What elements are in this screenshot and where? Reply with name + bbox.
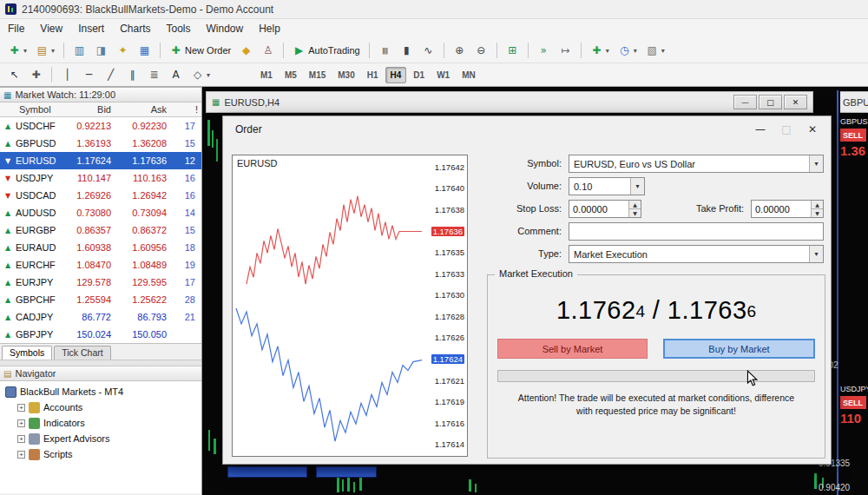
close-icon[interactable]: ✕ (784, 95, 807, 109)
candlestick-chart-button[interactable]: ▮ (397, 43, 417, 59)
expand-icon[interactable]: + (17, 419, 25, 427)
timeframe-w1[interactable]: W1 (431, 67, 455, 83)
trendline-button[interactable]: ╱ (101, 67, 121, 83)
market-watch-row[interactable]: ▲USDCHF0.922130.9223017 (0, 117, 201, 135)
market-watch-row[interactable]: ▼USDJPY110.147110.16316 (0, 169, 201, 187)
tab-tick-chart[interactable]: Tick Chart (54, 346, 110, 360)
comment-input[interactable] (569, 222, 824, 241)
crosshair-button[interactable]: ✚ (26, 67, 46, 83)
zoom-out-button[interactable]: ⊖ (471, 43, 491, 59)
timeframe-mn[interactable]: MN (457, 67, 481, 83)
stop-loss-stepper[interactable]: ▲ ▼ (569, 200, 641, 218)
step-up-icon[interactable]: ▲ (812, 201, 823, 208)
timeframe-d1[interactable]: D1 (408, 67, 430, 83)
sell-button[interactable]: SELL (840, 396, 866, 409)
tab-symbols[interactable]: Symbols (2, 346, 52, 360)
order-type-select[interactable]: Market Execution ▾ (569, 245, 824, 263)
market-watch-row[interactable]: ▲GBPUSD1.361931.3620815 (0, 135, 201, 152)
symbol-select[interactable]: EURUSD, Euro vs US Dollar ▾ (569, 155, 824, 173)
terminal-button[interactable]: ▦ (135, 43, 155, 59)
periods-button[interactable]: ◷▾ (615, 43, 641, 59)
cursor-button[interactable]: ↖ (4, 67, 24, 83)
market-watch-row[interactable]: ▲GBPCHF1.255941.2562228 (0, 291, 201, 308)
menu-view[interactable]: View (32, 20, 70, 37)
chart-window-titlebar[interactable]: ▦ EURUSD,H4 — □ ✕ (206, 91, 813, 113)
column-spread[interactable]: ! (170, 104, 201, 115)
column-bid[interactable]: Bid (62, 104, 115, 115)
stop-loss-input[interactable] (569, 201, 628, 217)
buy-by-market-button[interactable]: Buy by Market (663, 339, 815, 359)
restore-icon[interactable]: □ (759, 95, 782, 109)
market-watch-row[interactable]: ▲GBPJPY150.024150.050 (0, 326, 201, 343)
tree-item-accounts[interactable]: +Accounts (0, 399, 201, 415)
right-chart-window-titlebar[interactable]: GBPUSD,H4 (840, 91, 868, 113)
menu-help[interactable]: Help (251, 20, 288, 37)
take-profit-stepper[interactable]: ▲ ▼ (751, 200, 824, 218)
indicators-button[interactable]: ✚▾ (587, 43, 613, 59)
column-symbol[interactable]: Symbol (16, 104, 62, 115)
timeframe-m15[interactable]: M15 (304, 67, 331, 83)
chevron-down-icon[interactable]: ▾ (809, 246, 823, 262)
order-dialog-titlebar[interactable]: Order — □ ✕ (223, 116, 831, 142)
timeframe-h1[interactable]: H1 (362, 67, 384, 83)
menu-window[interactable]: Window (199, 20, 252, 37)
market-watch-row[interactable]: ▼USDCAD1.269261.2694216 (0, 187, 201, 204)
profiles-button[interactable]: ▤▾ (32, 43, 58, 59)
tree-item-scripts[interactable]: +Scripts (0, 446, 201, 462)
auto-scroll-button[interactable]: » (534, 43, 554, 59)
new-chart-button[interactable]: ✚▾ (4, 43, 30, 59)
fibonacci-button[interactable]: ≣ (144, 67, 164, 83)
expand-icon[interactable]: + (17, 404, 25, 412)
expert-advisors-button[interactable]: ♙ (258, 43, 278, 59)
market-watch-header[interactable]: ▦ Market Watch: 11:29:00 (0, 88, 201, 102)
chevron-down-icon[interactable]: ▾ (630, 178, 644, 195)
volume-select[interactable]: 0.10 ▾ (569, 177, 645, 195)
market-watch-button[interactable]: ▥ (69, 43, 89, 59)
menu-tools[interactable]: Tools (159, 20, 199, 37)
market-watch-row[interactable]: ▲AUDUSD0.730800.7309414 (0, 204, 201, 221)
vertical-line-button[interactable]: │ (57, 67, 77, 83)
minimize-icon[interactable]: — (747, 116, 773, 142)
window-titlebar[interactable]: 2140090693: BlackBullMarkets-Demo - Demo… (0, 0, 868, 19)
equidistant-channel-button[interactable]: ∥ (122, 67, 142, 83)
navigator-header[interactable]: ▤ Navigator (0, 366, 201, 381)
metaeditor-button[interactable]: ◆ (236, 43, 256, 59)
sell-button[interactable]: SELL (840, 129, 866, 142)
line-chart-button[interactable]: ∿ (418, 43, 438, 59)
close-icon[interactable]: ✕ (799, 116, 825, 142)
timeframe-m30[interactable]: M30 (332, 67, 359, 83)
column-ask[interactable]: Ask (115, 104, 170, 115)
chart-shift-button[interactable]: ↦ (556, 43, 575, 59)
tree-item-indicators[interactable]: +Indicators (0, 415, 201, 431)
arrows-button[interactable]: ◇▾ (187, 67, 214, 83)
data-window-button[interactable]: ◨ (91, 43, 111, 59)
sell-by-market-button[interactable]: Sell by Market (497, 339, 648, 359)
chevron-down-icon[interactable]: ▾ (809, 155, 823, 172)
background-window-titlebar[interactable] (316, 466, 377, 478)
bar-chart-button[interactable]: ≡ (375, 43, 395, 59)
take-profit-input[interactable] (752, 201, 811, 217)
autotrading-button[interactable]: ▶AutoTrading (289, 43, 364, 59)
minimize-icon[interactable]: — (733, 95, 757, 109)
expand-icon[interactable]: + (17, 451, 25, 459)
navigator-button[interactable]: ✦ (113, 43, 133, 59)
timeframe-m5[interactable]: M5 (279, 67, 302, 83)
market-watch-row[interactable]: ▼EURUSD1.176241.1763612 (0, 152, 201, 169)
templates-button[interactable]: ▧▾ (642, 43, 668, 59)
market-watch-row[interactable]: ▲EURAUD1.609381.6095618 (0, 239, 201, 256)
market-watch-row[interactable]: ▲EURJPY129.578129.59517 (0, 274, 201, 291)
horizontal-line-button[interactable]: ─ (79, 67, 99, 83)
tile-windows-button[interactable]: ⊞ (503, 43, 523, 59)
timeframe-h4[interactable]: H4 (385, 67, 407, 83)
step-down-icon[interactable]: ▼ (812, 208, 823, 217)
menu-insert[interactable]: Insert (70, 20, 112, 37)
expand-icon[interactable]: + (17, 435, 25, 443)
tree-item-expert-advisors[interactable]: +Expert Advisors (0, 431, 201, 446)
background-window-titlebar[interactable] (227, 466, 307, 478)
menu-charts[interactable]: Charts (112, 20, 158, 37)
text-button[interactable]: A (166, 67, 186, 83)
step-up-icon[interactable]: ▲ (629, 201, 641, 208)
timeframe-m1[interactable]: M1 (255, 67, 278, 83)
step-down-icon[interactable]: ▼ (629, 208, 641, 217)
menu-file[interactable]: File (0, 20, 32, 37)
